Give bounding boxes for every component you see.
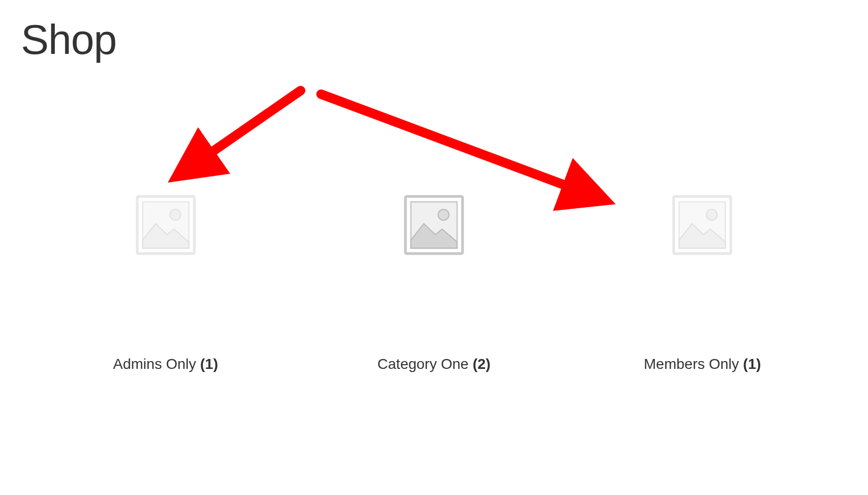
category-admins-only[interactable]: Admins Only (1): [98, 157, 234, 373]
category-count: (1): [743, 356, 761, 372]
category-label: Category One (2): [378, 356, 490, 373]
svg-point-5: [438, 209, 449, 220]
placeholder-image-icon: [366, 157, 502, 293]
page-title: Shop: [21, 16, 117, 64]
svg-point-8: [706, 209, 717, 220]
categories-grid: Admins Only (1) Category One (2): [0, 157, 868, 373]
category-members-only[interactable]: Members Only (1): [634, 157, 770, 373]
category-name: Members Only: [644, 356, 739, 372]
category-count: (2): [473, 356, 490, 372]
category-category-one[interactable]: Category One (2): [366, 157, 502, 373]
category-label: Members Only (1): [644, 356, 761, 373]
category-label: Admins Only (1): [113, 356, 218, 373]
placeholder-image-icon: [634, 157, 770, 293]
category-name: Category One: [378, 356, 469, 372]
arrow-left-icon: [199, 91, 301, 161]
svg-point-2: [169, 209, 180, 220]
placeholder-image-icon: [98, 157, 234, 293]
category-count: (1): [200, 356, 218, 372]
category-name: Admins Only: [113, 356, 196, 372]
